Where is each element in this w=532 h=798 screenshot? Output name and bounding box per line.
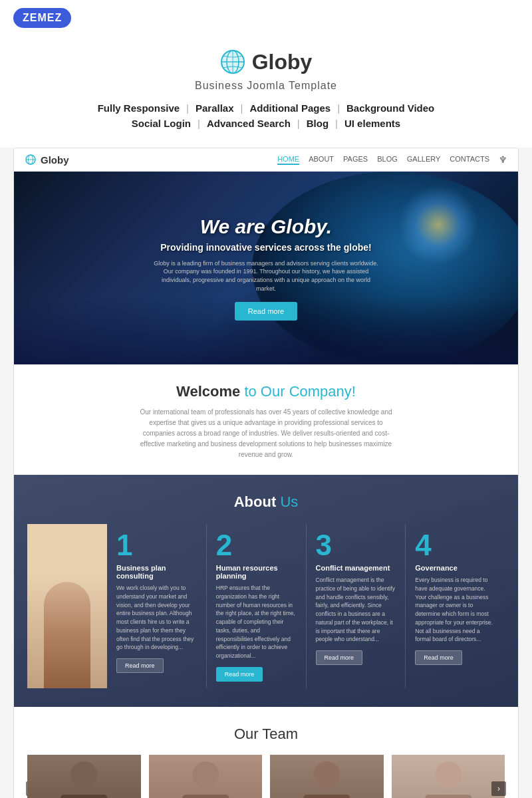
features-row-2: Social Login | Advanced Search | Blog | … <box>0 118 532 129</box>
preview-container: Globy HOME ABOUT PAGES BLOG GALLERY CONT… <box>13 148 519 798</box>
person-visual <box>27 524 107 688</box>
hero-cta-button[interactable]: Read more <box>235 302 297 321</box>
about-col-2-btn[interactable]: Read more <box>216 667 263 682</box>
site-title: Globy <box>252 50 313 74</box>
site-subtitle: Business Joomla Template <box>0 80 532 92</box>
user-icon[interactable]: ♆ <box>499 154 507 165</box>
sep-6: | <box>335 118 338 129</box>
about-col-1-btn[interactable]: Read more <box>116 658 164 673</box>
top-bar: ZEMEZ <box>0 0 532 36</box>
template-nav-links[interactable]: HOME ABOUT PAGES BLOG GALLERY CONTACTS <box>277 155 489 165</box>
person-1-svg <box>27 755 141 798</box>
about-col-3-btn[interactable]: Read more <box>316 650 363 665</box>
hero-desc: Globy is a leading firm of business mana… <box>153 259 379 293</box>
nav-home[interactable]: HOME <box>277 155 299 165</box>
about-num-2: 2 <box>216 531 297 560</box>
globe-icon <box>220 49 245 74</box>
sep-1: | <box>186 102 189 114</box>
welcome-title-accent: to Our Company! <box>244 383 356 400</box>
svg-rect-9 <box>70 761 97 788</box>
about-col-1: 1 Business plan consulting We work close… <box>107 524 207 688</box>
about-col-1-title: Business plan consulting <box>116 564 197 580</box>
about-col-3-title: Conflict management <box>316 564 396 572</box>
feature-pages: Additional Pages <box>249 102 331 114</box>
about-col-4-title: Governance <box>415 564 495 572</box>
about-col-4-btn[interactable]: Read more <box>415 650 462 665</box>
header-section: Globy Business Joomla Template Fully Res… <box>0 36 532 148</box>
person-4-svg <box>392 755 505 798</box>
header-title: Globy <box>0 49 532 74</box>
about-col-2-desc: HRP ensures that the organization has th… <box>216 584 297 660</box>
team-grid: ‹ Mike William Experienced marketing pro… <box>27 755 505 798</box>
svg-rect-16 <box>425 795 471 798</box>
feature-search: Advanced Search <box>207 118 291 129</box>
about-col-1-desc: We work closely with you to understand y… <box>116 584 197 652</box>
about-col-2: 2 Human resources planning HRP ensures t… <box>207 524 307 688</box>
svg-rect-12 <box>182 795 229 798</box>
team-title: Our Team <box>27 726 505 743</box>
welcome-title-text: Welcome <box>176 383 240 400</box>
team-card-3: Lawrence Marshall Qualified researcher w… <box>270 755 384 798</box>
team-section: Our Team ‹ Mike William Experienced mark… <box>14 707 518 798</box>
about-col-4-desc: Every business is required to have adequ… <box>415 576 495 644</box>
features-row-1: Fully Responsive | Parallax | Additional… <box>0 102 532 114</box>
svg-rect-11 <box>192 761 219 788</box>
hero-subtitle: Providing innovative services across the… <box>153 242 379 253</box>
nav-about[interactable]: ABOUT <box>309 155 334 165</box>
person-silhouette <box>44 582 90 688</box>
svg-point-5 <box>221 51 244 73</box>
svg-rect-15 <box>435 761 462 788</box>
nav-gallery[interactable]: GALLERY <box>407 155 441 165</box>
hero-title: We are Globy. <box>153 215 379 238</box>
nav-blog[interactable]: BLOG <box>377 155 398 165</box>
person-2-svg <box>149 755 263 798</box>
about-title-accent: Us <box>280 493 298 510</box>
about-col-2-title: Human resources planning <box>216 564 297 580</box>
sep-4: | <box>198 118 200 129</box>
hero-content: We are Globy. Providing innovative servi… <box>153 215 379 321</box>
about-title: About Us <box>27 493 505 511</box>
about-num-4: 4 <box>415 531 495 560</box>
sep-5: | <box>297 118 300 129</box>
team-photo-4 <box>392 755 505 798</box>
about-num-1: 1 <box>116 531 197 560</box>
about-col-4: 4 Governance Every business is required … <box>406 524 505 688</box>
about-person-image <box>27 524 107 688</box>
zemez-logo[interactable]: ZEMEZ <box>13 8 71 28</box>
feature-blog: Blog <box>307 118 329 129</box>
template-nav: Globy HOME ABOUT PAGES BLOG GALLERY CONT… <box>14 148 518 172</box>
sep-3: | <box>337 102 340 114</box>
welcome-title: Welcome to Our Company! <box>41 383 491 400</box>
svg-rect-10 <box>61 795 107 798</box>
feature-responsive: Fully Responsive <box>98 102 180 114</box>
about-col-3-desc: Conflict management is the practice of b… <box>316 576 396 644</box>
template-logo-text: Globy <box>41 154 69 166</box>
svg-rect-13 <box>313 761 340 788</box>
team-card-1: Mike William Experienced marketing profe… <box>27 755 141 798</box>
welcome-desc: Our international team of professionals … <box>133 407 399 460</box>
sep-2: | <box>241 102 243 114</box>
about-title-us: Us <box>280 493 298 510</box>
hero-section: We are Globy. Providing innovative servi… <box>14 172 518 364</box>
welcome-section: Welcome to Our Company! Our internationa… <box>14 364 518 475</box>
person-3-svg <box>270 755 384 798</box>
template-logo: Globy <box>25 154 69 166</box>
team-next-button[interactable]: › <box>491 781 506 796</box>
team-card-2: Jennifer Kelley Brings up to date knowle… <box>149 755 263 798</box>
about-section: About Us 1 Business plan consulting We w… <box>14 475 518 707</box>
team-photo-1 <box>27 755 141 798</box>
nav-pages[interactable]: PAGES <box>343 155 368 165</box>
nav-contacts[interactable]: CONTACTS <box>450 155 489 165</box>
team-photo-3 <box>270 755 384 798</box>
team-card-4: Jane Spencer She works with our nonprofi… <box>392 755 505 798</box>
hero-glow-visual <box>398 185 478 265</box>
feature-parallax: Parallax <box>196 102 234 114</box>
feature-video: Background Video <box>346 102 434 114</box>
feature-ui: UI elements <box>344 118 400 129</box>
about-grid: 1 Business plan consulting We work close… <box>27 524 505 688</box>
about-col-3: 3 Conflict management Conflict managemen… <box>307 524 406 688</box>
svg-rect-14 <box>303 795 350 798</box>
about-title-text: About <box>234 493 277 510</box>
about-columns: 1 Business plan consulting We work close… <box>107 524 505 688</box>
feature-social: Social Login <box>132 118 191 129</box>
